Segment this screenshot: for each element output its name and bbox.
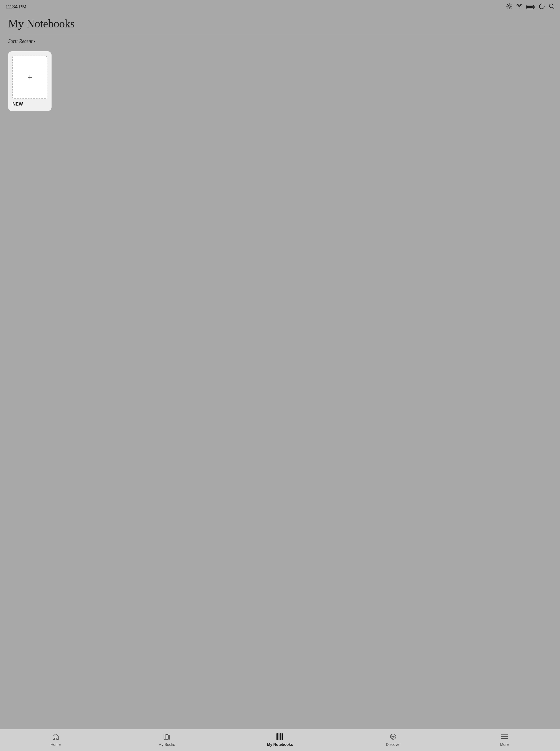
nav-item-home[interactable]: Home	[45, 733, 66, 747]
search-icon[interactable]	[548, 3, 555, 11]
svg-point-0	[508, 5, 511, 7]
page-header: My Notebooks	[0, 13, 560, 30]
svg-rect-15	[166, 734, 168, 739]
brightness-icon	[506, 3, 512, 11]
new-notebook-inner: +	[13, 56, 47, 99]
svg-rect-19	[278, 733, 279, 740]
more-icon	[500, 733, 508, 741]
svg-rect-18	[280, 733, 283, 740]
nav-label-my-notebooks: My Notebooks	[267, 742, 293, 747]
svg-rect-16	[168, 735, 169, 739]
nav-label-discover: Discover	[386, 742, 400, 747]
nav-item-my-books[interactable]: My Books	[156, 733, 177, 747]
svg-line-13	[553, 7, 554, 9]
nav-label-home: Home	[51, 742, 60, 747]
svg-rect-14	[164, 734, 166, 739]
svg-line-8	[507, 7, 508, 8]
my-notebooks-icon	[276, 733, 284, 741]
svg-line-6	[511, 7, 511, 8]
main-content: + NEW	[0, 48, 560, 729]
nav-item-my-notebooks[interactable]: My Notebooks	[267, 733, 293, 747]
svg-rect-10	[527, 6, 533, 8]
sort-bar: Sort: Recent ▾	[0, 34, 560, 48]
svg-rect-11	[534, 6, 535, 8]
sort-button[interactable]: Sort: Recent ▾	[8, 39, 35, 44]
nav-label-my-books: My Books	[158, 742, 175, 747]
battery-icon	[526, 5, 535, 9]
status-icons	[506, 3, 555, 11]
new-notebook-card[interactable]: + NEW	[8, 51, 52, 111]
svg-rect-20	[281, 733, 282, 740]
new-notebook-label: NEW	[13, 102, 23, 107]
status-bar: 12:34 PM	[0, 0, 560, 13]
sync-icon	[539, 3, 545, 11]
sort-label: Sort: Recent	[8, 39, 32, 44]
page-title: My Notebooks	[8, 17, 552, 30]
chevron-down-icon: ▾	[33, 39, 35, 44]
nav-item-more[interactable]: More	[494, 733, 515, 747]
svg-line-5	[507, 4, 508, 5]
nav-label-more: More	[500, 742, 509, 747]
wifi-icon	[516, 3, 523, 10]
bottom-nav: Home My Books My Notebooks	[0, 729, 560, 751]
svg-rect-17	[277, 733, 279, 740]
svg-line-7	[511, 4, 511, 5]
home-icon	[52, 733, 60, 741]
status-time: 12:34 PM	[5, 4, 26, 10]
nav-item-discover[interactable]: Discover	[382, 733, 404, 747]
plus-icon: +	[27, 73, 32, 82]
discover-icon	[389, 733, 397, 741]
my-books-icon	[162, 733, 171, 741]
